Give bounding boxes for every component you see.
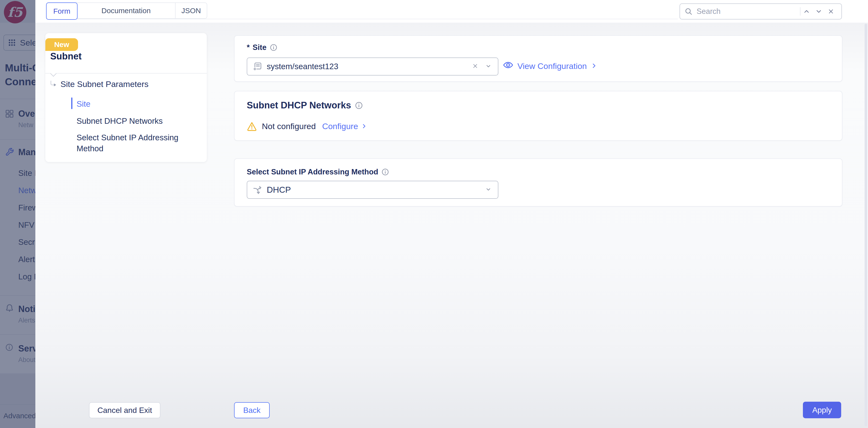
search-next-button[interactable] xyxy=(813,5,825,18)
dhcp-networks-heading: Subnet DHCP Networks xyxy=(247,100,351,110)
wizard-item-addressing-method[interactable]: Select Subnet IP Addressing Method xyxy=(76,132,198,154)
tabbar-underline xyxy=(46,19,678,19)
chevron-down-icon[interactable] xyxy=(485,186,492,194)
eye-icon xyxy=(503,60,514,72)
view-tabs: Form Documentation JSON xyxy=(46,2,207,19)
status-text: Not configured xyxy=(262,122,316,131)
wizard-group-label[interactable]: Site Subnet Parameters xyxy=(60,79,149,89)
view-configuration-link[interactable]: View Configuration xyxy=(503,60,597,72)
tree-branch-icon xyxy=(49,80,58,88)
tab-documentation[interactable]: Documentation xyxy=(77,3,175,18)
new-badge: New xyxy=(45,38,78,51)
addressing-method-select[interactable]: DHCP xyxy=(247,181,498,199)
reference-object-icon xyxy=(253,62,262,71)
wizard-title: Subnet xyxy=(50,51,82,62)
site-card: * Site system/seantest123 xyxy=(234,35,842,82)
chevron-right-icon xyxy=(591,61,597,71)
search-icon xyxy=(684,7,693,15)
apply-button[interactable]: Apply xyxy=(803,402,841,418)
wizard-nav-card: New Subnet Site Subnet Parameters Site S… xyxy=(45,33,207,162)
wizard-item-site[interactable]: Site xyxy=(76,98,90,109)
tab-form[interactable]: Form xyxy=(46,2,78,20)
info-icon[interactable] xyxy=(381,168,390,176)
search-box xyxy=(680,3,842,20)
warning-icon xyxy=(247,121,257,131)
view-configuration-label: View Configuration xyxy=(517,61,587,71)
info-icon[interactable] xyxy=(354,101,363,110)
search-close-button[interactable] xyxy=(825,5,837,18)
chevron-down-icon[interactable] xyxy=(485,62,492,71)
divider xyxy=(45,73,207,73)
required-mark: * xyxy=(247,43,250,52)
branch-select-icon xyxy=(253,185,262,194)
collapse-notch-icon[interactable] xyxy=(50,70,56,76)
site-select-value: system/seantest123 xyxy=(267,62,338,71)
wizard-item-dhcp-networks[interactable]: Subnet DHCP Networks xyxy=(76,116,163,126)
site-select[interactable]: system/seantest123 xyxy=(247,58,498,75)
site-label: Site xyxy=(253,43,267,52)
addressing-method-value: DHCP xyxy=(267,185,291,195)
back-button[interactable]: Back xyxy=(234,402,270,418)
clear-icon[interactable] xyxy=(472,63,478,70)
info-icon[interactable] xyxy=(270,43,278,52)
cancel-and-exit-button[interactable]: Cancel and Exit xyxy=(89,402,160,418)
addressing-method-card: Select Subnet IP Addressing Method DHCP xyxy=(234,158,842,206)
search-prev-button[interactable] xyxy=(801,5,813,18)
tab-json[interactable]: JSON xyxy=(175,3,207,18)
page: f5 Sele Multi-C Connec Over Netw xyxy=(0,0,868,428)
dhcp-networks-card: Subnet DHCP Networks Not configured Conf… xyxy=(234,91,842,141)
addressing-method-label: Select Subnet IP Addressing Method xyxy=(247,168,378,176)
active-item-bar xyxy=(71,97,72,109)
vertical-scrollbar[interactable] xyxy=(865,24,867,426)
configure-link[interactable]: Configure xyxy=(322,122,358,131)
chevron-right-icon xyxy=(361,123,367,129)
search-input[interactable] xyxy=(696,7,778,16)
modal-dim-overlay xyxy=(0,0,35,428)
